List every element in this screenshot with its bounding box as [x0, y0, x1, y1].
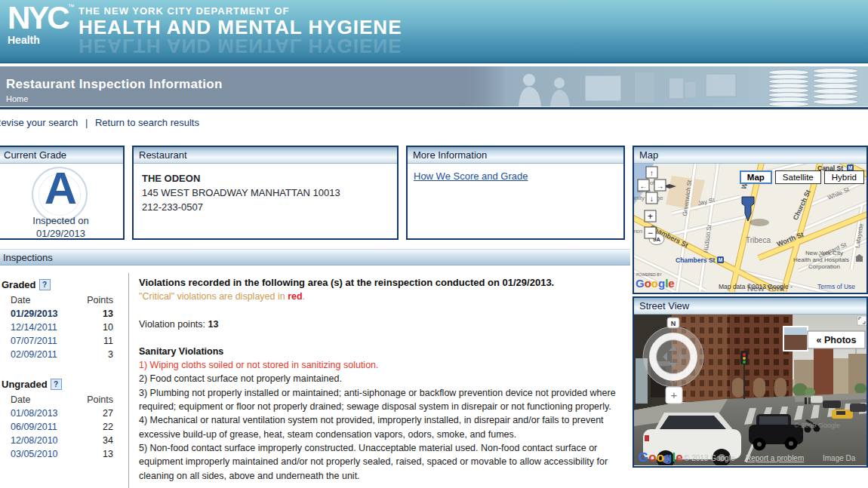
graded-column-headers: DatePoints: [2, 293, 128, 307]
inspection-row: 12/08/201034: [2, 434, 128, 447]
street-view-canvas[interactable]: N + « Photos © 2009 Google: [634, 315, 866, 465]
map-canvas[interactable]: Greenwich St Hudson St Jay St White St L…: [634, 164, 866, 292]
pan-left-icon: ←: [640, 182, 648, 190]
nyc-health-logo[interactable]: NYC™ Health: [8, 3, 75, 46]
home-link[interactable]: Home: [6, 94, 28, 103]
violation-item: 1) Wiping cloths soiled or not stored in…: [139, 358, 629, 372]
ungraded-title: Ungraded?: [2, 379, 128, 390]
link-separator: |: [85, 117, 88, 128]
svg-text:« Photos: « Photos: [817, 335, 857, 345]
violation-item: 3) Plumbing not properly installed or ma…: [139, 386, 629, 414]
section-banner: Restaurant Inspection Information Home: [0, 66, 868, 106]
breadcrumb-links: Revise your search | Return to search re…: [0, 117, 199, 128]
fullscreen-icon[interactable]: [857, 316, 866, 325]
graded-help-icon[interactable]: ?: [39, 279, 51, 290]
inspection-row: 01/08/201327: [2, 407, 128, 420]
report-a-problem-link[interactable]: Report a problem: [746, 454, 804, 462]
google-logo[interactable]: Google: [639, 450, 683, 465]
marker-shadow: [749, 219, 769, 226]
map-panel: Map: [633, 146, 868, 294]
inspection-points: 11: [103, 334, 113, 348]
street-view-zoom-in-button[interactable]: +: [666, 387, 682, 404]
department-line2-reflection: HEALTH AND MENTAL HYGIENE: [78, 35, 402, 57]
inspection-points: 13: [103, 307, 113, 321]
inspection-date-link[interactable]: 02/09/2011: [11, 348, 57, 361]
graded-title: Graded?: [2, 279, 128, 290]
inspection-points: 34: [103, 434, 113, 447]
pan-up-icon: ↑: [650, 169, 654, 177]
department-title: THE NEW YORK CITY DEPARTMENT OF HEALTH A…: [78, 5, 402, 57]
inspection-date-link[interactable]: 12/08/2010: [11, 434, 58, 447]
inspection-points: 22: [103, 420, 113, 434]
sanitary-violations-title: Sanitary Violations: [139, 345, 629, 358]
svg-text:M: M: [848, 165, 852, 170]
page-title: Restaurant Inspection Information: [6, 77, 223, 92]
inspection-points: 13: [103, 447, 113, 461]
svg-text:Corporation: Corporation: [808, 263, 840, 270]
current-grade-header: Current Grade: [0, 147, 123, 164]
restaurant-phone: 212-233-0507: [142, 200, 389, 214]
svg-text:unity: unity: [634, 195, 645, 201]
violations-list: 1) Wiping cloths soiled or not stored in…: [139, 358, 629, 483]
pan-down-icon: ↓: [650, 195, 654, 203]
inspection-points: 27: [103, 407, 113, 420]
page: NYC™ Health THE NEW YORK CITY DEPARTMENT…: [0, 0, 868, 488]
inspection-date-link[interactable]: 01/29/2013: [11, 307, 58, 321]
ungraded-help-icon[interactable]: ?: [51, 379, 62, 390]
inspection-row: 07/07/201111: [2, 334, 128, 348]
map-button[interactable]: Map: [740, 170, 772, 184]
inspection-points: 3: [108, 348, 113, 361]
street-view-header: Street View: [634, 298, 866, 315]
inspection-row: 02/09/20113: [2, 348, 128, 361]
pan-right-icon: →: [657, 182, 664, 190]
svg-text:Chambers St: Chambers St: [676, 256, 716, 264]
how-we-score-link[interactable]: How We Score and Grade: [414, 170, 528, 182]
vertical-divider: [128, 273, 129, 488]
svg-text:N: N: [671, 320, 676, 327]
map-header: Map: [634, 147, 866, 164]
health-logo-text: Health: [8, 34, 75, 46]
restaurant-address: 145 WEST BROADWAY MANHATTAN 10013: [142, 186, 389, 200]
inspection-row: 12/14/201110: [2, 321, 128, 334]
svg-text:rren: rren: [634, 228, 642, 235]
svg-text:+: +: [671, 388, 678, 401]
street-view-panel: Street View: [633, 296, 868, 468]
trademark: ™: [68, 3, 75, 11]
hybrid-button[interactable]: Hybrid: [824, 170, 864, 184]
inspection-date-link[interactable]: 12/14/2011: [11, 321, 57, 334]
street-view-watermark: © 2009 Google: [794, 422, 840, 429]
ungraded-table: 01/08/20132706/09/20112212/08/20103403/0…: [2, 407, 128, 461]
violations-detail: Violations recorded in the following are…: [139, 276, 629, 483]
department-line1: THE NEW YORK CITY DEPARTMENT OF: [78, 5, 402, 17]
zoom-in-icon: +: [648, 211, 653, 222]
inspection-date-link[interactable]: 01/08/2013: [11, 407, 58, 420]
return-results-link[interactable]: Return to search results: [95, 117, 199, 128]
graded-table: 01/29/20131312/14/20111007/07/20111102/0…: [2, 307, 128, 361]
svg-text:New York City: New York City: [805, 250, 843, 256]
restaurant-header: Restaurant: [134, 147, 397, 164]
critical-note: "Critical" violations are displayed in r…: [139, 290, 629, 303]
revise-search-link[interactable]: Revise your search: [0, 117, 78, 128]
more-information-panel: More Information How We Score and Grade: [406, 146, 625, 240]
inspected-on-label: Inspected on 01/29/2013: [0, 214, 123, 240]
violations-heading: Violations recorded in the following are…: [139, 276, 629, 290]
restaurant-name: THE ODEON: [142, 171, 389, 186]
current-grade-panel: Current Grade A Inspected on 01/29/2013: [0, 146, 125, 240]
svg-text:Image Da: Image Da: [823, 454, 856, 462]
google-logo[interactable]: Google: [636, 277, 675, 290]
masthead: NYC™ Health THE NEW YORK CITY DEPARTMENT…: [0, 0, 868, 63]
inspection-history: Graded? DatePoints 01/29/20131312/14/201…: [2, 275, 128, 461]
grade-letter: A: [0, 164, 123, 213]
inspection-row: 03/05/201013: [2, 447, 128, 461]
svg-text:Tribeca: Tribeca: [746, 236, 771, 244]
inspection-date-link[interactable]: 07/07/2011: [11, 334, 57, 348]
inspection-date-link[interactable]: 03/05/2010: [11, 447, 58, 461]
inspection-date-link[interactable]: 06/09/2011: [11, 420, 57, 434]
satellite-button[interactable]: Satellite: [775, 170, 821, 184]
violation-item: 4) Mechanical or natural ventilation sys…: [139, 413, 629, 441]
inspections-section-header: Inspections: [0, 249, 630, 265]
nyc-logo-text: NYC: [8, 0, 68, 35]
svg-text:Map data ©2013 Google -: Map data ©2013 Google -: [719, 283, 793, 290]
terms-of-use-link[interactable]: Terms of Use: [817, 283, 855, 290]
restaurant-panel: Restaurant THE ODEON 145 WEST BROADWAY M…: [132, 146, 399, 240]
